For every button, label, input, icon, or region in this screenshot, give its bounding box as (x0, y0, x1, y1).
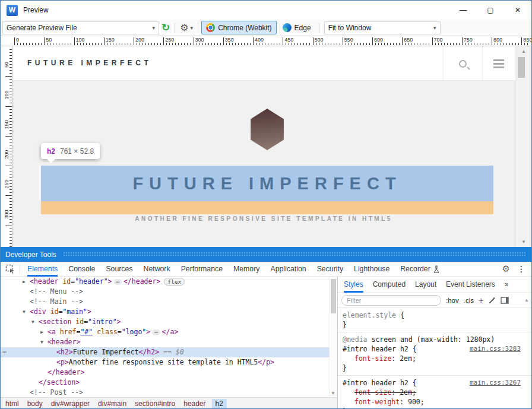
tree-line[interactable]: <!-- Menu --> (1, 287, 329, 297)
tab-performance[interactable]: Performance (181, 262, 223, 277)
inspect-element-button[interactable] (5, 264, 15, 274)
ruler-tick (10, 52, 12, 53)
expand-inline-icon[interactable]: ⋯ (152, 329, 160, 335)
tree-line[interactable]: <!-- Main --> (1, 297, 329, 307)
tab-console[interactable]: Console (68, 262, 95, 277)
styles-tab-event-listeners[interactable]: Event Listeners (446, 277, 495, 293)
toggle-hover-button[interactable]: :hov (446, 297, 459, 304)
brush-icon (488, 296, 496, 304)
scroll-down-icon[interactable]: ▼ (515, 239, 532, 245)
settings-button[interactable]: ⚙ ▾ (180, 22, 193, 33)
rendering-brush-button[interactable] (488, 296, 496, 304)
scrollbar-thumb[interactable] (518, 57, 525, 78)
preview-scrollbar[interactable]: ▲ ▼ (515, 46, 532, 247)
tree-line[interactable]: ⋯<h2>Future Imperfect</h2> == $0 (1, 347, 329, 357)
scroll-down-icon[interactable]: ▼ (331, 391, 335, 396)
chrome-webkit-button[interactable]: Chrome (Webkit) (201, 21, 276, 34)
ruler-tick (187, 43, 188, 45)
styles-toolbar: :hov .cls + ▲ (338, 293, 532, 308)
toggle-class-button[interactable]: .cls (464, 297, 474, 304)
tree-line[interactable]: ▼<section id="intro"> (1, 317, 329, 327)
scroll-up-icon[interactable]: ▲ (524, 297, 529, 303)
styles-tab--[interactable]: » (505, 277, 509, 293)
css-property-line[interactable]: font-size: 2em; (343, 388, 528, 397)
styles-tab-computed[interactable]: Computed (373, 277, 406, 293)
site-header: FUTURE IMPERFECT (12, 46, 515, 81)
inspect-tooltip: h2 761 × 52.8 (41, 143, 100, 159)
expand-inline-icon[interactable]: ⋯ (114, 279, 122, 285)
expand-icon[interactable]: ▶ (40, 327, 48, 337)
breadcrumb-item-div-wrapper[interactable]: div#wrapper (51, 400, 90, 408)
collapse-icon[interactable]: ▼ (23, 307, 30, 317)
ruler-tick (59, 43, 59, 45)
ruler-tick (495, 43, 495, 45)
devtools-settings-icon[interactable]: ⚙ (502, 264, 510, 274)
ruler-tick (92, 43, 93, 45)
media-query-line: @media screen and (max-width: 1280px) (343, 335, 528, 344)
breadcrumb-item-section-intro[interactable]: section#intro (135, 400, 175, 408)
stylesheet-link[interactable]: main.css:3283 (470, 344, 521, 354)
ruler-tick (10, 115, 12, 116)
selector-line: element.style { (343, 310, 528, 320)
collapse-icon[interactable]: ▼ (40, 337, 48, 347)
css-property-line[interactable]: font-size: 2em; (343, 354, 528, 363)
tab-memory[interactable]: Memory (233, 262, 259, 277)
tab-security[interactable]: Security (317, 262, 343, 277)
ruler-label: 200 (135, 37, 144, 43)
styles-tab-styles[interactable]: Styles (344, 277, 363, 293)
breadcrumb-item-body[interactable]: body (27, 400, 43, 408)
styles-filter-input[interactable] (341, 295, 441, 306)
tab-elements[interactable]: Elements (27, 262, 58, 277)
collapse-icon[interactable]: ▼ (31, 317, 39, 327)
tab-application[interactable]: Application (270, 262, 306, 277)
elements-scrollbar[interactable]: ▼ (329, 277, 337, 397)
breadcrumb-item-html[interactable]: html (5, 400, 19, 408)
tab-sources[interactable]: Sources (106, 262, 132, 277)
site-search-button[interactable] (443, 46, 482, 81)
expand-icon[interactable]: ▶ (23, 277, 30, 287)
css-property-name: font-weight (354, 398, 400, 406)
tree-line[interactable]: <!-- Post --> (1, 388, 329, 397)
ruler-tick (17, 43, 18, 45)
generate-preview-select[interactable]: Generate Preview File ▾ (2, 21, 159, 34)
tree-line[interactable]: <p>Another fine responsive site template… (1, 357, 329, 367)
scroll-up-icon[interactable]: ▲ (515, 49, 532, 54)
minimize-button[interactable]: — (449, 1, 477, 20)
css-property-line[interactable]: font-weight: 900; (343, 397, 528, 407)
tree-line[interactable]: ▼<header> (1, 337, 329, 347)
tree-line[interactable]: ▼<div id="main"> (1, 307, 329, 317)
breadcrumb-item-h2[interactable]: h2 (212, 399, 227, 408)
breadcrumb-item-div-main[interactable]: div#main (98, 400, 126, 408)
site-menu-button[interactable] (482, 46, 515, 81)
ruler-tick (56, 43, 56, 45)
tree-line[interactable]: ▶<a href="#" class="logo">⋯</a> (1, 327, 329, 337)
code-token[interactable]: "#" (80, 328, 93, 336)
tree-line[interactable]: </section> (1, 378, 329, 388)
ruler-tick (402, 37, 403, 45)
site-logo-hexagon[interactable] (249, 109, 286, 150)
styles-tab-layout[interactable]: Layout (415, 277, 436, 293)
breadcrumb-item-header[interactable]: header (183, 400, 205, 408)
devtools-kebab-icon[interactable]: ⋮ (517, 264, 525, 274)
tab-lighthouse[interactable]: Lighthouse (354, 262, 390, 277)
refresh-button[interactable]: ↻ (162, 21, 170, 34)
media-condition: screen and (max-width: 1280px) (368, 335, 495, 344)
edge-button[interactable]: Edge (278, 21, 316, 34)
ruler-tick (465, 43, 466, 45)
ruler-tick (10, 160, 12, 160)
ruler-tick (44, 37, 45, 45)
tab-network[interactable]: Network (144, 262, 170, 277)
scrollbar-thumb[interactable] (331, 279, 336, 313)
tree-line[interactable]: ▶<header id="header">⋯</header>flex (1, 277, 329, 287)
computed-sidebar-button[interactable] (501, 297, 509, 304)
tree-line[interactable]: </header> (1, 367, 329, 378)
preview-viewport[interactable]: FUTURE IMPERFECT FUTURE IMPERFECT ANOTHE… (12, 46, 515, 247)
more-actions-icon[interactable]: ⋯ (2, 347, 7, 357)
close-button[interactable]: ✕ (504, 1, 531, 20)
maximize-button[interactable]: ▢ (477, 1, 504, 20)
new-style-rule-button[interactable]: + (479, 296, 483, 305)
zoom-select[interactable]: Fit to Window ▾ (324, 21, 441, 34)
devtools-caption[interactable]: Developer Tools (1, 247, 531, 262)
stylesheet-link[interactable]: main.css:3267 (470, 378, 521, 388)
tab-recorder[interactable]: Recorder (400, 262, 440, 277)
